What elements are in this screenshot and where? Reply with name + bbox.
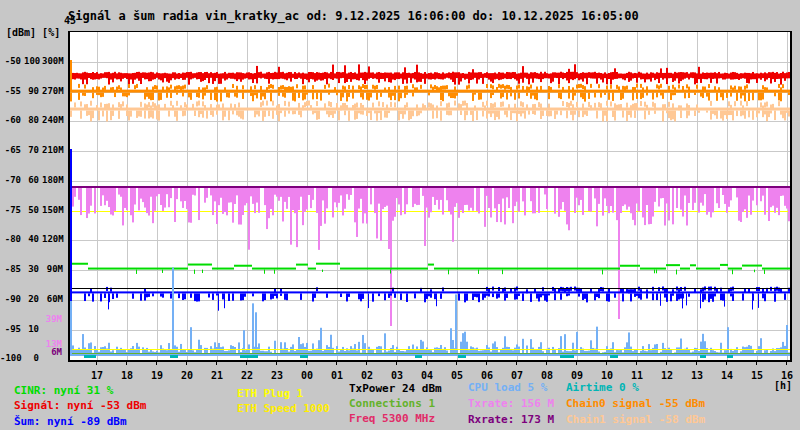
x-axis-tick — [126, 362, 127, 365]
y-rate-extra-tick: 39M — [0, 314, 62, 324]
x-axis-tick — [696, 362, 697, 365]
x-axis-tick — [606, 362, 607, 365]
chart-plot-area — [68, 31, 792, 362]
x-axis-tick — [636, 362, 637, 365]
y-tick-label: -70 — [0, 175, 21, 187]
y-tick-label — [42, 324, 63, 336]
y-tick-label: -65 — [0, 145, 21, 157]
legend-item: Rxrate: 173 M — [468, 413, 554, 426]
legend-item: CINR: nyní 31 % — [14, 384, 113, 397]
x-hour-label: 08 — [532, 370, 562, 381]
legend-item: Freq 5300 MHz — [349, 412, 435, 425]
y-tick-label: -60 — [0, 115, 21, 127]
x-axis-tick — [516, 362, 517, 365]
x-axis-tick — [336, 362, 337, 365]
legend-item: Chain1 signal -58 dBm — [566, 413, 705, 426]
y-axis-row: -853090M — [0, 264, 63, 276]
y-tick-label: 20 — [24, 294, 39, 306]
x-axis-tick — [156, 362, 157, 365]
y-tick-label: -90 — [0, 294, 21, 306]
x-hour-label: 14 — [712, 370, 742, 381]
x-hour-label: 17 — [82, 370, 112, 381]
x-hour-label: 19 — [142, 370, 172, 381]
x-axis-tick — [426, 362, 427, 365]
y-axis-row: -5590270M — [0, 86, 63, 98]
y-tick-label: -95 — [0, 324, 21, 336]
x-hour-label: 01 — [322, 370, 352, 381]
x-axis-tick — [666, 362, 667, 365]
x-hour-label: 06 — [472, 370, 502, 381]
y-axis-row: -9510 — [0, 324, 63, 336]
y-tick-label: -85 — [0, 264, 21, 276]
y-tick-label: 90 — [24, 86, 39, 98]
y-axis-row: -902060M — [0, 294, 63, 306]
y-axis-row: -6080240M — [0, 115, 63, 127]
y-tick-label: 240M — [42, 115, 63, 127]
y-tick-label: 180M — [42, 175, 63, 187]
x-axis-tick — [396, 362, 397, 365]
x-axis-tick — [576, 362, 577, 365]
y-axis-row: -7550150M — [0, 205, 63, 217]
y-axis-row: -8040120M — [0, 234, 63, 246]
x-axis-tick — [246, 362, 247, 365]
x-hour-label: 07 — [502, 370, 532, 381]
legend-item: CPU load 5 % — [468, 381, 547, 394]
x-axis-tick — [366, 362, 367, 365]
y-tick-label: 60 — [24, 175, 39, 187]
x-hour-label: 05 — [442, 370, 472, 381]
x-axis-tick — [486, 362, 487, 365]
y-axis-unit-label: [dBm] [%] — [6, 27, 60, 38]
y-tick-label: -50 — [0, 56, 21, 68]
x-hour-label: 10 — [592, 370, 622, 381]
legend-item: Signál: nyní -53 dBm — [14, 399, 146, 412]
x-axis-tick — [96, 362, 97, 365]
x-hour-label: 03 — [382, 370, 412, 381]
y-tick-label: 300M — [42, 56, 63, 68]
y-axis-row: -7060180M — [0, 175, 63, 187]
x-hour-label: 13 — [682, 370, 712, 381]
y-tick-label: -80 — [0, 234, 21, 246]
x-hour-label: 22 — [232, 370, 262, 381]
legend-item: ETH Plug 1 — [237, 387, 303, 400]
x-axis-tick — [276, 362, 277, 365]
x-hour-label: 11 — [622, 370, 652, 381]
y-tick-label: 270M — [42, 86, 63, 98]
x-hour-label: 21 — [202, 370, 232, 381]
x-axis-unit-label: [h] — [764, 380, 792, 391]
x-axis-tick — [546, 362, 547, 365]
y-tick-label: -55 — [0, 86, 21, 98]
x-axis-tick — [306, 362, 307, 365]
y-tick-label: 60M — [42, 294, 63, 306]
y-tick-label: 30 — [24, 264, 39, 276]
chart-canvas — [70, 32, 790, 360]
x-axis-tick — [186, 362, 187, 365]
y-tick-label: 120M — [42, 234, 63, 246]
legend-item: ETH Speed 1000 — [237, 402, 330, 415]
x-hour-label: 12 — [652, 370, 682, 381]
x-axis-tick — [726, 362, 727, 365]
x-hour-label: 23 — [262, 370, 292, 381]
y-axis-row: -6570210M — [0, 145, 63, 157]
x-hour-label: 20 — [172, 370, 202, 381]
y-tick-label: 40 — [24, 234, 39, 246]
y-axis-row: -50100300M — [0, 56, 63, 68]
y-tick-label: 90M — [42, 264, 63, 276]
y-tick-label: 210M — [42, 145, 63, 157]
legend-item: Šum: nyní -89 dBm — [14, 415, 127, 428]
x-hour-label: 02 — [352, 370, 382, 381]
x-hour-label: 18 — [112, 370, 142, 381]
x-axis-tick — [756, 362, 757, 365]
x-axis-tick — [216, 362, 217, 365]
mrtg-graph-page: Signál a šum radia vin_kratky_ac od: 9.1… — [0, 0, 800, 430]
x-axis-tick — [456, 362, 457, 365]
y-tick-label: 100 — [24, 56, 39, 68]
page-title: Signál a šum radia vin_kratky_ac od: 9.1… — [68, 9, 639, 23]
y-tick-label: 70 — [24, 145, 39, 157]
x-axis-tick — [786, 362, 787, 365]
legend-item: Txrate: 156 M — [468, 397, 554, 410]
y-rate-extra-tick: 6M — [0, 347, 62, 357]
legend-item: Connections 1 — [349, 397, 435, 410]
y-tick-label: 150M — [42, 205, 63, 217]
x-hour-label: 00 — [292, 370, 322, 381]
y-tick-label: 50 — [24, 205, 39, 217]
